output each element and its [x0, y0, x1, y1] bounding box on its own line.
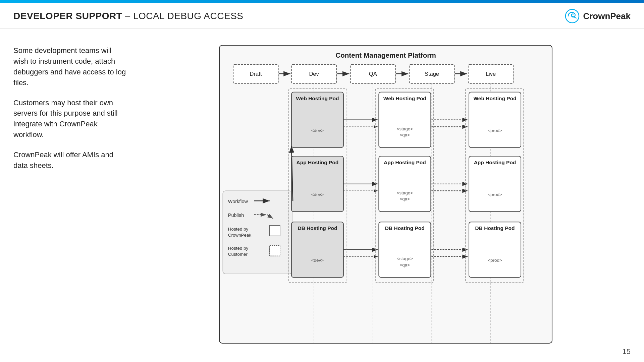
svg-rect-20	[270, 226, 280, 236]
svg-text:CrownPeak: CrownPeak	[228, 233, 252, 238]
page-title: DEVELOPER SUPPORT – LOCAL DEBUG ACCESS	[13, 11, 244, 21]
title-normal: – LOCAL DEBUG ACCESS	[122, 11, 243, 21]
qastage-web-pod-env1: <stage>	[397, 126, 413, 131]
dev-web-pod-env: <dev>	[311, 128, 324, 133]
dev-app-pod-env: <dev>	[311, 192, 324, 197]
dev-db-pod-env: <dev>	[311, 258, 324, 263]
prod-db-pod-label: DB Hosting Pod	[475, 225, 515, 231]
page-number: 15	[623, 347, 631, 356]
legend-hosted-cp-label: Hosted by	[228, 227, 249, 232]
diagram-panel: Content Management Platform Draft Dev QA…	[141, 42, 631, 354]
text-panel: Some development teams will wish to inst…	[13, 42, 127, 354]
stage-stage: Stage	[425, 71, 439, 77]
legend-publish-label: Publish	[228, 213, 244, 218]
svg-rect-22	[270, 246, 280, 256]
prod-app-pod-env: <prod>	[488, 192, 502, 197]
legend-workflow-label: Workflow	[228, 199, 248, 204]
title-bold: DEVELOPER SUPPORT	[13, 11, 122, 21]
stage-qa: QA	[369, 71, 377, 77]
dev-db-pod-label: DB Hosting Pod	[298, 225, 337, 231]
qastage-app-pod-env2: <qa>	[400, 196, 410, 201]
qastage-app-pod-env1: <stage>	[397, 190, 413, 195]
prod-web-pod-label: Web Hosting Pod	[473, 96, 516, 101]
dev-app-pod-label: App Hosting Pod	[297, 160, 339, 165]
top-bar	[0, 0, 644, 3]
svg-text:Customer: Customer	[228, 252, 248, 257]
diagram-svg: Content Management Platform Draft Dev QA…	[141, 42, 631, 354]
text-block-2: Customers may host their own servers for…	[13, 98, 127, 140]
legend-hosted-cust-label: Hosted by	[228, 246, 249, 251]
qastage-db-pod-env2: <qa>	[400, 262, 410, 267]
qastage-app-pod-label: App Hosting Pod	[384, 160, 426, 165]
prod-app-pod-label: App Hosting Pod	[474, 160, 516, 165]
text-block-3: CrownPeak will offer AMIs and data sheet…	[13, 149, 127, 171]
qastage-db-pod-label: DB Hosting Pod	[385, 225, 425, 231]
header: DEVELOPER SUPPORT – LOCAL DEBUG ACCESS C…	[0, 3, 644, 28]
logo-area: CrownPeak	[565, 9, 631, 23]
crownpeak-logo-icon	[565, 9, 580, 23]
qastage-web-pod-label: Web Hosting Pod	[383, 96, 426, 101]
prod-web-pod-env: <prod>	[488, 128, 502, 133]
main-content: Some development teams will wish to inst…	[0, 28, 644, 360]
stage-dev: Dev	[309, 71, 319, 77]
diagram-title: Content Management Platform	[335, 51, 436, 59]
qastage-db-pod-env1: <stage>	[397, 256, 413, 261]
logo-text: CrownPeak	[583, 11, 631, 21]
text-block-1: Some development teams will wish to inst…	[13, 45, 127, 88]
stage-draft: Draft	[250, 71, 262, 77]
qastage-web-pod-env2: <qa>	[400, 132, 410, 137]
prod-db-pod-env: <prod>	[488, 258, 502, 263]
stage-live: Live	[486, 71, 496, 77]
dev-web-pod-label: Web Hosting Pod	[296, 96, 339, 101]
